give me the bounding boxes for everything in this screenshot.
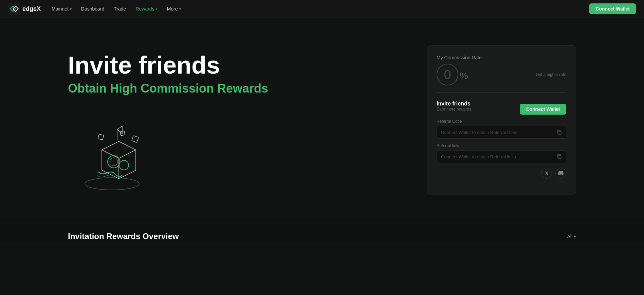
svg-point-6 (108, 156, 120, 168)
referral-links-label: Referral links (437, 143, 566, 148)
invite-header: Invite friends Earn more rewards Connect… (437, 101, 566, 118)
chevron-down-icon-more: ▾ (179, 7, 181, 11)
svg-rect-4 (98, 134, 104, 140)
nav-more[interactable]: More ▾ (167, 6, 181, 12)
all-filter[interactable]: All ▾ (567, 234, 576, 239)
invite-section: Invite friends Earn more rewards Connect… (437, 101, 566, 179)
referral-code-placeholder: Connect Wallet to obtain Referral Code (441, 130, 518, 135)
commission-label: My Commission Rate (437, 55, 566, 60)
commission-rate-row: 0 % Get a higher rate (437, 64, 566, 85)
commission-percent: % (460, 71, 468, 81)
hero-title: Invite friends (68, 52, 427, 79)
logo-text: edgeX (22, 5, 41, 13)
hero-left: Invite friends Obtain High Commission Re… (68, 45, 427, 197)
referral-code-group: Referral Code Connect Wallet to obtain R… (437, 119, 566, 139)
invite-title: Invite friends (437, 101, 471, 107)
bottom-header: Invitation Rewards Overview All ▾ (68, 232, 576, 241)
hero-illustration (68, 109, 156, 197)
connect-wallet-button-nav[interactable]: Connect Wallet (589, 3, 636, 14)
copy-referral-links-icon[interactable] (556, 154, 562, 159)
hero-subtitle: Obtain High Commission Rewards (68, 81, 427, 96)
chevron-down-icon-filter: ▾ (574, 234, 576, 239)
svg-rect-10 (558, 156, 561, 159)
copy-referral-code-icon[interactable] (556, 130, 562, 135)
nav-right: Connect Wallet (589, 3, 636, 14)
hero-section: Invite friends Obtain High Commission Re… (0, 18, 644, 218)
navbar: edgeX Mainnet ▾ Dashboard Trade Rewards … (0, 0, 644, 18)
commission-section: My Commission Rate 0 % Get a higher rate (437, 55, 566, 93)
nav-rewards[interactable]: Rewards ▾ (135, 6, 157, 12)
referral-links-group: Referral links Connect Wallet to obtain … (437, 143, 566, 163)
invitation-rewards-title: Invitation Rewards Overview (68, 232, 179, 241)
chevron-down-icon: ▾ (70, 7, 72, 11)
logo-icon (8, 3, 20, 15)
svg-rect-9 (558, 131, 561, 134)
referral-code-label: Referral Code (437, 119, 566, 124)
bottom-section: Invitation Rewards Overview All ▾ (0, 218, 644, 241)
svg-point-8 (119, 160, 129, 170)
twitter-share-button[interactable]: 𝕏 (541, 168, 552, 179)
logo[interactable]: edgeX (8, 3, 41, 15)
nav-dashboard[interactable]: Dashboard (81, 6, 105, 12)
svg-point-1 (85, 178, 139, 190)
commission-number: 0 (437, 64, 458, 85)
illustration-svg (68, 109, 156, 197)
commission-value: 0 % (437, 64, 468, 85)
svg-rect-2 (132, 136, 139, 143)
higher-rate-link[interactable]: Get a higher rate (536, 72, 566, 77)
referral-links-field: Connect Wallet to obtain Referral links (437, 150, 566, 163)
connect-wallet-button-card[interactable]: Connect Wallet (520, 104, 566, 115)
social-icons-row: 𝕏 (437, 168, 566, 179)
nav-links: Mainnet ▾ Dashboard Trade Rewards ▾ More… (52, 6, 589, 12)
nav-mainnet[interactable]: Mainnet ▾ (52, 6, 72, 12)
commission-card: My Commission Rate 0 % Get a higher rate… (427, 45, 576, 195)
discord-share-button[interactable] (555, 168, 566, 179)
invite-subtitle: Earn more rewards (437, 107, 471, 112)
referral-code-field: Connect Wallet to obtain Referral Code (437, 126, 566, 139)
svg-point-7 (110, 158, 118, 166)
nav-trade[interactable]: Trade (114, 6, 126, 12)
svg-rect-3 (120, 131, 125, 136)
discord-icon (558, 170, 564, 177)
chevron-down-icon-rewards: ▾ (156, 7, 158, 11)
referral-links-placeholder: Connect Wallet to obtain Referral links (441, 154, 516, 159)
twitter-icon: 𝕏 (545, 171, 548, 176)
